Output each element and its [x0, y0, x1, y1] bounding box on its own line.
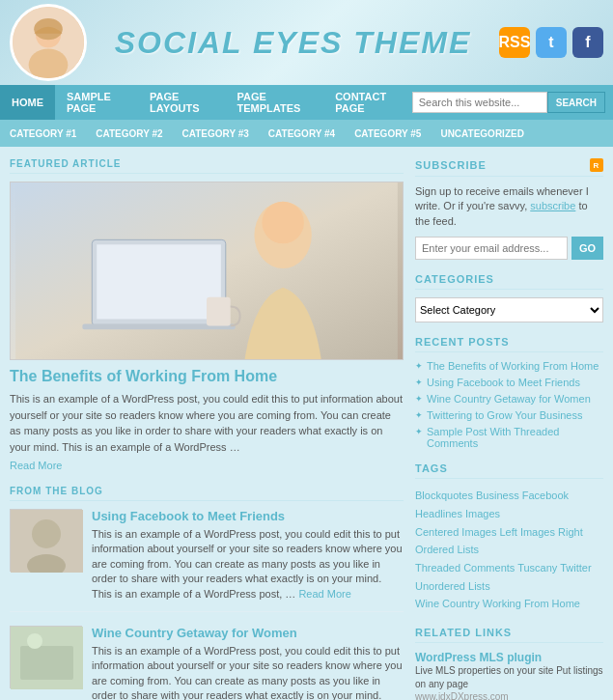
sidebar: SUBSCRIBE r Sign up to receive emails wh…	[415, 158, 603, 700]
featured-section: FEATURED ARTICLE	[10, 158, 404, 472]
featured-title: The Benefits of Working From Home	[10, 368, 404, 385]
tag-link[interactable]: Images	[465, 508, 500, 519]
nav-cat2[interactable]: CATEGORY #2	[86, 120, 172, 147]
svg-rect-15	[20, 646, 73, 680]
tag-link[interactable]: Twitter	[560, 562, 591, 574]
rss-small-icon: r	[590, 158, 603, 172]
nav-contact[interactable]: CONTACT PAGE	[323, 85, 412, 120]
blog-item: Using Facebook to Meet Friends This is a…	[10, 509, 404, 612]
recent-posts-section: RECENT POSTS The Benefits of Working Fro…	[415, 336, 603, 449]
featured-image	[10, 182, 404, 360]
blog-thumb-2	[10, 626, 82, 688]
facebook-icon[interactable]: f	[572, 27, 603, 58]
main-content: FEATURED ARTICLE	[10, 158, 404, 700]
recent-post-link[interactable]: Twittering to Grow Your Business	[427, 409, 582, 421]
search-form: SEARCH	[412, 92, 613, 113]
tag-link[interactable]: Tuscany	[517, 562, 557, 574]
tag-link[interactable]: Images Left	[461, 526, 516, 538]
recent-posts-title: RECENT POSTS	[415, 336, 603, 352]
related-link-anchor-1[interactable]: WordPress MLS plugin	[415, 651, 542, 664]
tags-list: Blockquotes Business Facebook Headlines …	[415, 487, 603, 613]
blog-item: Wine Country Getaway for Women This is a…	[10, 626, 404, 700]
nav-cat4[interactable]: CATEGORY #4	[259, 120, 345, 147]
subscribe-link[interactable]: subscribe	[530, 200, 575, 211]
tag-link[interactable]: Wine Country	[415, 598, 480, 609]
recent-posts-list: The Benefits of Working From Home Using …	[415, 360, 603, 449]
svg-point-12	[32, 519, 61, 548]
nav-cat1[interactable]: CATEGORY #1	[0, 120, 86, 147]
recent-post-link[interactable]: Sample Post With Threaded Comments	[427, 426, 603, 449]
blog-content-2: Wine Country Getaway for Women This is a…	[92, 626, 404, 700]
related-link-url-1: www.idxDXpress.com	[415, 691, 603, 700]
rss-icon[interactable]: RSS	[499, 27, 530, 58]
recent-post-link[interactable]: The Benefits of Working From Home	[427, 360, 599, 372]
social-icons: RSS t f	[499, 27, 603, 58]
categories-section: CATEGORIES Select Category	[415, 273, 603, 322]
recent-post-item: Using Facebook to Meet Friends	[415, 377, 603, 388]
blog-thumb-1	[10, 509, 82, 572]
blog-content-1: Using Facebook to Meet Friends This is a…	[92, 509, 404, 602]
nav-page-templates[interactable]: PAGE TEMPLATES	[226, 85, 324, 120]
avatar	[10, 4, 87, 81]
search-input[interactable]	[412, 92, 547, 113]
subscribe-text: Sign up to receive emails whenever I wri…	[415, 184, 603, 229]
tag-link[interactable]: Facebook	[522, 490, 569, 501]
go-button[interactable]: GO	[571, 237, 603, 260]
tag-link[interactable]: Unordered Lists	[415, 580, 490, 592]
svg-point-2	[29, 48, 69, 80]
recent-post-item: The Benefits of Working From Home	[415, 360, 603, 372]
nav-cat3[interactable]: CATEGORY #3	[173, 120, 259, 147]
tag-link[interactable]: Headlines	[415, 508, 462, 519]
recent-post-item: Twittering to Grow Your Business	[415, 409, 603, 421]
recent-post-item: Sample Post With Threaded Comments	[415, 426, 603, 449]
related-link-desc-1: Live MLS properties on your site Put lis…	[415, 664, 603, 691]
tag-link[interactable]: Centered	[415, 526, 459, 538]
recent-post-link[interactable]: Using Facebook to Meet Friends	[427, 377, 580, 388]
recent-post-item: Wine Country Getaway for Women	[415, 393, 603, 405]
related-links-title: RELATED LINKS	[415, 627, 603, 643]
tag-link[interactable]: Business	[476, 490, 519, 501]
nav-home[interactable]: HOME	[0, 85, 55, 120]
tag-link[interactable]: Threaded Comments	[415, 562, 515, 574]
secondary-nav: CATEGORY #1 CATEGORY #2 CATEGORY #3 CATE…	[0, 120, 613, 147]
categories-title: CATEGORIES	[415, 273, 603, 290]
nav-uncategorized[interactable]: UNCATEGORIZED	[431, 120, 533, 147]
svg-point-16	[27, 633, 42, 649]
tag-link[interactable]: Images Right	[520, 526, 583, 538]
header: SOCIAL EYES THEME RSS t f	[0, 0, 613, 85]
tags-title: TAGS	[415, 462, 603, 479]
blog-label: FROM THE BLOG	[10, 486, 404, 501]
blog-title-1: Using Facebook to Meet Friends	[92, 509, 404, 523]
blog-title-2: Wine Country Getaway for Women	[92, 626, 404, 640]
blog-section: FROM THE BLOG Using Facebook to Meet Fri…	[10, 486, 404, 700]
recent-post-link[interactable]: Wine Country Getaway for Women	[427, 393, 591, 405]
nav-sample-page[interactable]: SAMPLE PAGE	[55, 85, 138, 120]
nav-page-layouts[interactable]: PAGE LAYOUTS	[138, 85, 226, 120]
email-input[interactable]	[415, 237, 568, 260]
content-area: FEATURED ARTICLE	[0, 147, 613, 700]
main-nav: HOME SAMPLE PAGE PAGE LAYOUTS PAGE TEMPL…	[0, 85, 613, 120]
subscribe-section: SUBSCRIBE r Sign up to receive emails wh…	[415, 158, 603, 260]
subscribe-form: GO	[415, 237, 603, 260]
related-link: WordPress MLS plugin Live MLS properties…	[415, 651, 603, 700]
site-title: SOCIAL EYES THEME	[87, 25, 499, 61]
svg-rect-10	[207, 297, 231, 326]
tag-link[interactable]: Blockquotes	[415, 490, 473, 501]
search-button[interactable]: SEARCH	[547, 92, 605, 113]
blog-read-more-1[interactable]: Read More	[298, 588, 350, 600]
nav-cat5[interactable]: CATEGORY #5	[345, 120, 431, 147]
blog-text-1: This is an example of a WordPress post, …	[92, 527, 404, 602]
related-links-section: RELATED LINKS WordPress MLS plugin Live …	[415, 627, 603, 700]
twitter-icon[interactable]: t	[536, 27, 567, 58]
svg-point-9	[262, 202, 304, 244]
tag-link[interactable]: Ordered Lists	[415, 544, 479, 555]
category-select[interactable]: Select Category	[415, 297, 603, 322]
blog-text-2: This is an example of a WordPress post, …	[92, 644, 404, 700]
featured-read-more[interactable]: Read More	[10, 460, 62, 471]
featured-label: FEATURED ARTICLE	[10, 158, 404, 174]
tags-section: TAGS Blockquotes Business Facebook Headl…	[415, 462, 603, 613]
subscribe-title: SUBSCRIBE r	[415, 158, 603, 177]
featured-text: This is an example of a WordPress post, …	[10, 391, 404, 455]
svg-rect-6	[97, 244, 221, 319]
tag-link[interactable]: Working From Home	[483, 598, 580, 609]
